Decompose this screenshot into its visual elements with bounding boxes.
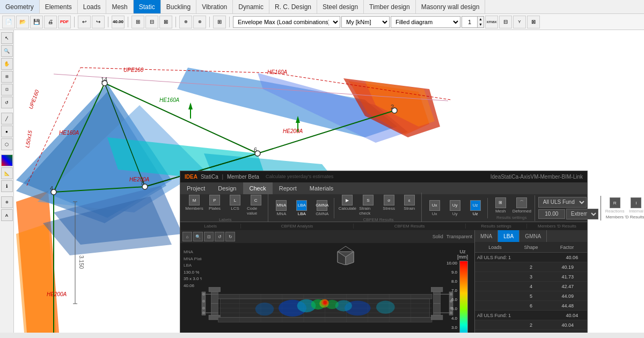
section-labels-bar: Labels CBFEM Analysis CBFEM Results Resu… <box>180 222 587 230</box>
ux-btn[interactable]: Ux Ux <box>425 199 444 217</box>
table2-btn[interactable]: ⊟ <box>499 16 512 28</box>
row4-factor: 44.09 <box>550 293 586 299</box>
internal-icon: I <box>631 197 641 208</box>
row0-factor: 40.06 <box>558 255 586 260</box>
layers-btn[interactable]: ⊠ <box>159 16 172 28</box>
spinner-value[interactable] <box>462 19 477 25</box>
gmna-btn[interactable]: GMNA GMNA <box>312 199 332 217</box>
result-spinner[interactable] <box>538 209 565 219</box>
new-button[interactable]: 📄 <box>2 16 15 28</box>
idea-menu-materials[interactable]: Materials <box>303 182 340 194</box>
mna-btn[interactable]: MNA MNA <box>272 199 291 217</box>
force-dropdown[interactable]: My [kNm] <box>341 16 390 28</box>
menu-geometry[interactable]: Geometry <box>0 0 40 13</box>
spinner-up[interactable]: ▲ <box>477 17 484 22</box>
print-button[interactable]: 🖨 <box>44 16 57 28</box>
menu-elements[interactable]: Elements <box>40 0 78 13</box>
solid-btn[interactable]: Solid <box>433 234 443 239</box>
menu-mesh[interactable]: Mesh <box>106 0 133 13</box>
display-dropdown[interactable]: Filled diagram <box>391 16 460 28</box>
number-icon: 40.00 <box>112 16 125 28</box>
calculate-btn[interactable]: ▶ Calculate <box>338 194 357 217</box>
measure-tool[interactable]: 📐 <box>1 167 13 179</box>
select-tool[interactable]: ↖ <box>1 32 13 44</box>
undo-button[interactable]: ↩ <box>78 16 91 28</box>
svg-text:14: 14 <box>101 76 107 83</box>
label-tool[interactable]: A <box>1 209 13 221</box>
svg-text:HE160A: HE160A <box>159 97 180 103</box>
y-btn[interactable]: Y <box>513 16 526 28</box>
pdf-button[interactable]: PDF <box>58 16 71 28</box>
idea-right-panel: MNA LBA GMNA Loads Shape Factor All ULS … <box>474 230 587 333</box>
cbfem-results-section-label: CBFEM Results <box>354 224 466 229</box>
pan-tool[interactable]: ✋ <box>1 58 13 70</box>
axes-btn[interactable]: ⊕ <box>179 16 192 28</box>
menu-masonry-wall-design[interactable]: Masonry wall design <box>416 0 486 13</box>
view-rotate-btn[interactable]: ↺ <box>215 232 224 241</box>
zoom-tool[interactable]: 🔍 <box>1 45 13 57</box>
result-btn[interactable]: ⊗ <box>193 16 206 28</box>
stress-btn[interactable]: σ Stress <box>379 194 399 217</box>
internal-btn[interactable]: I Internal <box>626 196 644 215</box>
menu-rc-design[interactable]: R. C. Design <box>269 0 317 13</box>
grid-btn[interactable]: ⊟ <box>145 16 158 28</box>
menu-dynamic[interactable]: Dynamic <box>233 0 269 13</box>
zoom-window-tool[interactable]: ⊞ <box>1 71 13 83</box>
info-tool[interactable]: ℹ <box>1 180 13 192</box>
envelope-dropdown[interactable]: Envelope Max (Load combinations) <box>233 16 340 28</box>
extreme-dropdown[interactable]: Extreme <box>566 209 598 219</box>
col-loads: Loads <box>477 245 513 250</box>
spinner-down[interactable]: ▼ <box>477 22 484 27</box>
reactions-btn[interactable]: R Reactions <box>604 196 626 215</box>
transparent-btn[interactable]: Transparent <box>447 234 472 239</box>
uz-btn[interactable]: Uz Uz <box>466 199 485 217</box>
fund-dropdown[interactable]: All ULS Fund <box>538 197 587 208</box>
section-tool[interactable]: ⊕ <box>1 196 13 208</box>
view-refresh-btn[interactable]: ↻ <box>225 232 235 241</box>
save-button[interactable]: 💾 <box>30 16 43 28</box>
tab-lba[interactable]: LBA <box>498 230 519 242</box>
open-button[interactable]: 📂 <box>16 16 29 28</box>
main-area: 14 6 8 4 2 3 UPE160 UPE160 HE160A HE160A… <box>0 30 644 333</box>
xmax-btn[interactable]: xmax <box>485 16 498 28</box>
zoom-extents-tool[interactable]: ⊡ <box>1 84 13 95</box>
strain-icon: ε <box>404 195 415 205</box>
svg-text:HE160A: HE160A <box>267 69 288 75</box>
mesh-btn[interactable]: ⊞ Mesh <box>491 196 510 215</box>
menu-vibration[interactable]: Vibration <box>196 0 233 13</box>
deformed-btn[interactable]: ⌒ Deformed <box>511 196 532 215</box>
draw-node-tool[interactable]: ● <box>1 126 13 137</box>
lcs-btn[interactable]: L LCS <box>225 194 245 217</box>
cb-label-4: 4.0 <box>447 316 457 321</box>
menu-steel-design[interactable]: Steel design <box>317 0 364 13</box>
table-btn[interactable]: ⊞ <box>131 16 144 28</box>
idea-content: ⌂ 🔍 ⊡ ↺ ↻ Solid Transparent MNA MNA Plat… <box>180 230 587 333</box>
code-value-btn[interactable]: C Code value <box>246 194 266 217</box>
tab-mna[interactable]: MNA <box>475 230 498 242</box>
draw-line-tool[interactable]: ╱ <box>1 113 13 124</box>
view-zoom-fit-btn[interactable]: ⊡ <box>204 232 214 241</box>
members-btn[interactable]: M Members <box>185 194 204 217</box>
color-tool[interactable] <box>1 155 13 166</box>
cb-label-5: 5.0 <box>447 306 457 311</box>
diagram-btn[interactable]: ⊠ <box>527 16 540 28</box>
lba-btn[interactable]: LBA LBA <box>292 199 311 217</box>
rotate-tool[interactable]: ↺ <box>1 97 13 108</box>
view-home-btn[interactable]: ⌂ <box>182 232 192 241</box>
redo-button[interactable]: ↪ <box>92 16 105 28</box>
view-zoom-btn[interactable]: 🔍 <box>193 232 203 241</box>
draw-poly-tool[interactable]: ⬡ <box>1 138 13 150</box>
menu-buckling[interactable]: Buckling <box>161 0 196 13</box>
scale-spinner[interactable]: ▲ ▼ <box>462 16 484 28</box>
menu-timber-design[interactable]: Timber design <box>364 0 416 13</box>
plates-btn[interactable]: P Plates <box>205 194 224 217</box>
scale-btn[interactable]: ⊞ <box>213 16 226 28</box>
tab-gmna[interactable]: GMNA <box>519 230 547 242</box>
idea-menu-report[interactable]: Report <box>273 182 303 194</box>
strain-check-btn[interactable]: S Strain check <box>358 194 378 217</box>
menu-loads[interactable]: Loads <box>78 0 107 13</box>
right-panel-rows: All ULS Fund: 1 40.06 2 40.19 3 41.73 <box>475 253 587 333</box>
uy-btn[interactable]: Uy Uy <box>445 199 465 217</box>
menu-static[interactable]: Static <box>134 0 161 13</box>
strain-btn[interactable]: ε Strain <box>400 194 419 217</box>
